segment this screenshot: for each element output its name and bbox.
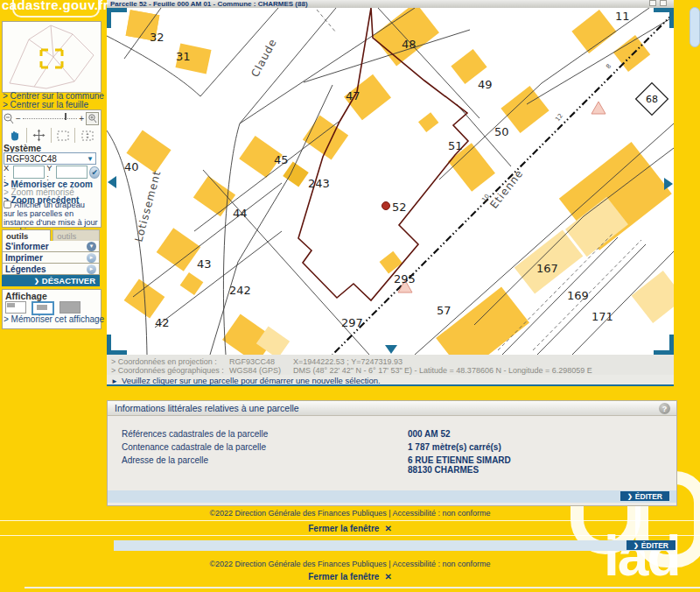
collapse-arrow-icon[interactable]: ▼ — [87, 242, 96, 251]
help-icon[interactable]: ? — [659, 403, 670, 414]
close-window-link-secondary[interactable]: Fermer la fenêtre✕ — [0, 572, 700, 581]
inform-tool-row[interactable]: S'informer ▼ — [2, 241, 100, 252]
parcel-label-242[interactable]: 242 — [229, 284, 251, 297]
display-thumbnails — [5, 301, 80, 315]
tab-outils-simples[interactable]: outils simples — [2, 229, 51, 241]
minimap-canvas — [3, 22, 99, 90]
coordinates-input-row: X : Y : ✔ — [4, 166, 100, 179]
geo-label: > Coordonnées géographiques : — [111, 366, 224, 375]
pan-hand-tool[interactable] — [3, 128, 27, 143]
parcel-label-57[interactable]: 57 — [437, 304, 452, 317]
parcel-label-171[interactable]: 171 — [592, 310, 613, 323]
legends-label: Légendes — [5, 264, 46, 274]
zoom-in-icon[interactable] — [86, 112, 99, 125]
map-corner-marker — [654, 8, 674, 28]
cadastral-map[interactable]: 68 3231481147494045505124352444342242295… — [107, 8, 674, 355]
secondary-footer-bar — [114, 540, 674, 551]
parcel-label-167[interactable]: 167 — [536, 262, 558, 275]
divider — [24, 587, 700, 588]
parcel-label-40[interactable]: 40 — [124, 160, 139, 173]
arrow-right-icon: ❯ — [34, 278, 39, 285]
pan-down-arrow[interactable] — [385, 345, 397, 354]
edit-button[interactable]: ❯ ÉDITER — [620, 491, 669, 501]
pan-left-arrow[interactable] — [108, 176, 116, 188]
parcel-label-48[interactable]: 48 — [402, 38, 416, 51]
memorize-display-link[interactable]: > Mémoriser cet affichage — [4, 314, 104, 324]
x-coordinate-input[interactable] — [13, 166, 45, 179]
window-button[interactable] — [660, 0, 667, 6]
map-tools-row — [3, 128, 99, 143]
center-feuille-link[interactable]: > Centrer sur la feuille — [3, 100, 88, 109]
extent-icon — [80, 130, 94, 142]
parcel-label-11[interactable]: 11 — [615, 10, 630, 23]
extent-tool[interactable] — [75, 128, 99, 143]
close-window-link[interactable]: Fermer la fenêtre✕ — [0, 524, 700, 533]
parcel-label-45[interactable]: 45 — [274, 153, 289, 166]
zoom-slider-track[interactable] — [23, 117, 77, 119]
map-message: Veuillez cliquer sur une parcelle pour d… — [122, 376, 381, 385]
info-label: Références cadastrales de la parcelle — [122, 429, 268, 439]
chevron-down-icon: ▼ — [87, 155, 94, 163]
info-panel-footer-bar — [108, 490, 676, 503]
zoom-minus-button[interactable]: − — [16, 114, 21, 123]
parcel-label-297[interactable]: 297 — [341, 316, 363, 329]
close-window-label: Fermer la fenêtre — [308, 572, 379, 581]
parcel-label-47[interactable]: 47 — [346, 89, 360, 102]
close-window-label: Fermer la fenêtre — [308, 524, 379, 533]
parcel-label-243[interactable]: 243 — [308, 177, 330, 190]
proj-system: RGF93CC48 — [229, 357, 275, 366]
layout-thumbnail-1[interactable] — [5, 301, 26, 314]
expand-arrow-icon[interactable]: ► — [87, 253, 96, 263]
proj-label: > Coordonnées en projection : — [111, 357, 217, 366]
layout-thumbnail-3[interactable] — [60, 301, 80, 314]
geo-dms: DMS (48° 22' 42" N - 6° 17' 53" E) - Lat… — [293, 366, 592, 375]
hand-icon — [8, 129, 21, 142]
arrow-right-icon: ❯ — [627, 493, 633, 500]
parcel-label-44[interactable]: 44 — [233, 207, 248, 220]
info-value: 000 AM 52 — [408, 429, 451, 439]
parcel-label-52[interactable]: 52 — [392, 201, 407, 214]
overview-minimap[interactable] — [2, 21, 102, 93]
arrow-right-icon: ❯ — [634, 542, 639, 549]
pan-right-arrow[interactable] — [664, 178, 673, 190]
flag-checkbox[interactable] — [4, 201, 11, 208]
parcel-label-295[interactable]: 295 — [394, 272, 416, 285]
parcel-label-32[interactable]: 32 — [150, 31, 164, 44]
edit-button-secondary[interactable]: ❯ ÉDITER — [626, 540, 676, 550]
divider — [0, 535, 700, 536]
parcel-label-49[interactable]: 49 — [478, 78, 493, 91]
parcel-label-50[interactable]: 50 — [494, 125, 509, 138]
legends-tool-row[interactable]: Légendes ► — [2, 264, 100, 275]
copyright-text-secondary: ©2022 Direction Générale des Finances Pu… — [0, 560, 700, 568]
print-tool-row[interactable]: Imprimer ► — [2, 252, 100, 264]
layout-thumbnail-2[interactable] — [32, 301, 54, 315]
msg-arrow-icon: ► — [111, 377, 118, 385]
window-button[interactable] — [649, 0, 656, 6]
zoom-slider-thumb[interactable] — [65, 113, 66, 120]
map-viewport[interactable]: 68 3231481147494045505124352444342242295… — [107, 8, 674, 355]
selected-parcel-dot — [382, 202, 390, 210]
info-label: Contenance cadastrale de la parcelle — [122, 442, 266, 452]
scrollbar-thumb[interactable] — [690, 7, 700, 47]
move-cross-icon — [32, 129, 46, 142]
y-coordinate-input[interactable] — [56, 166, 88, 179]
parcel-label-42[interactable]: 42 — [155, 316, 170, 329]
expand-arrow-icon[interactable]: ► — [87, 264, 96, 274]
parcel-label-31[interactable]: 31 — [176, 50, 191, 63]
map-corner-marker — [654, 335, 674, 355]
zoom-plus-button[interactable]: + — [79, 114, 84, 123]
zoom-box-tool[interactable] — [52, 128, 76, 143]
deactivate-button[interactable]: ❯ DÉSACTIVER — [2, 275, 100, 286]
proj-xy: X=1944222.53 ; Y=7247319.93 — [293, 357, 402, 366]
zoom-out-icon[interactable] — [3, 113, 14, 124]
coordinates-go-button[interactable]: ✔ — [89, 166, 100, 179]
parcel-label-169[interactable]: 169 — [567, 289, 589, 302]
marquee-icon — [56, 130, 70, 142]
deactivate-label: DÉSACTIVER — [42, 276, 95, 285]
parcel-label-51[interactable]: 51 — [448, 139, 463, 152]
tab-outils-avances[interactable]: outils avancés — [52, 229, 100, 241]
parcel-label-43[interactable]: 43 — [197, 257, 212, 271]
move-tool[interactable] — [27, 128, 52, 143]
cadastre-window: cadastre.gouv.fr > Centrer sur la commun… — [0, 0, 700, 592]
parcel-info-panel: Informations littérales relatives à une … — [107, 400, 677, 506]
